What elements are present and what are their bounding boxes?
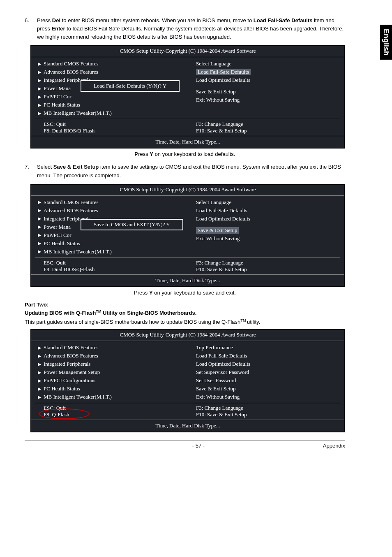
bios-menu-item: ▶Standard CMOS Features bbox=[35, 198, 188, 207]
triangle-icon: ▶ bbox=[35, 353, 44, 359]
text: to enter BIOS menu after system reboots.… bbox=[60, 17, 254, 23]
menu-label: Select Language bbox=[196, 60, 231, 67]
step-text: Press Del to enter BIOS menu after syste… bbox=[37, 16, 345, 41]
text: This part guides users of single-BIOS mo… bbox=[25, 319, 240, 325]
bios-menu-item: ▶PC Health Status bbox=[35, 239, 188, 248]
key-del: Del bbox=[52, 17, 60, 23]
bios-hotkey: F8: Dual BIOS/Q-Flash bbox=[44, 266, 188, 273]
triangle-icon: ▶ bbox=[35, 70, 44, 75]
menu-label: Set User Password bbox=[196, 377, 236, 384]
triangle-icon: ▶ bbox=[35, 208, 44, 213]
menu-label: Set Supervisor Password bbox=[196, 369, 249, 376]
text: Press bbox=[37, 17, 52, 23]
bios-hint: Time, Date, Hard Disk Type... bbox=[31, 136, 344, 148]
menu-label: Power Management Setup bbox=[44, 369, 100, 376]
menu-label: Load Fail-Safe Defaults bbox=[196, 353, 247, 359]
caption-2: Press Y on your keyboard to save and exi… bbox=[25, 290, 345, 296]
bios-menu-item: Save & Exit Setup bbox=[188, 226, 340, 234]
bios-menu-item: ▶PnP/PCI Cor bbox=[35, 93, 188, 101]
triangle-icon: ▶ bbox=[35, 241, 44, 246]
triangle-icon: ▶ bbox=[35, 395, 44, 400]
menu-label: Power Mana bbox=[44, 224, 71, 230]
bios-screenshot-3: CMOS Setup Utility-Copyright (C) 1984-20… bbox=[30, 329, 345, 432]
bios-menu-item: Exit Without Saving bbox=[188, 393, 340, 401]
bios-menu-item: ▶Advanced BIOS Features bbox=[35, 352, 188, 360]
bios-hotkey: F3: Change Language bbox=[196, 260, 340, 266]
key-load-failsafe: Load Fail-Safe Defaults bbox=[254, 17, 313, 23]
bios-menu-item: Load Optimized Defaults bbox=[188, 215, 340, 223]
menu-label: PC Health Status bbox=[44, 102, 80, 108]
bios-hotkey: ESC: Quit bbox=[44, 121, 188, 128]
triangle-icon: ▶ bbox=[35, 370, 44, 375]
bios-menu-item: ▶Integrated Peripherals bbox=[35, 360, 188, 368]
bios-footer-right: F3: Change LanguageF10: Save & Exit Setu… bbox=[188, 260, 340, 273]
triangle-icon: ▶ bbox=[35, 61, 44, 67]
bios-title: CMOS Setup Utility-Copyright (C) 1984-20… bbox=[31, 330, 344, 341]
step-7: 7. Select Save & Exit Setup item to save… bbox=[25, 163, 345, 179]
bios-menu-item: Load Fail-Safe Defaults bbox=[188, 68, 340, 76]
bios-menu-item: ▶Advanced BIOS Features bbox=[35, 68, 188, 76]
menu-label: Exit Without Saving bbox=[196, 97, 240, 103]
triangle-icon: ▶ bbox=[35, 200, 44, 205]
bios-menu-item: Load Fail-Safe Defaults bbox=[188, 352, 340, 360]
step-text: Select Save & Exit Setup item to save th… bbox=[37, 163, 345, 179]
menu-label: Load Optimized Defaults bbox=[196, 77, 250, 84]
menu-label: Advanced BIOS Features bbox=[44, 353, 98, 359]
page-number: - 57 - bbox=[74, 443, 323, 449]
bios-hotkey: F3: Change Language bbox=[196, 405, 340, 411]
menu-label: Standard CMOS Features bbox=[44, 60, 99, 67]
caption-1: Press Y on your keyboard to load default… bbox=[25, 151, 345, 157]
bios-dialog: Save to CMOS and EXIT (Y/N)? Y bbox=[81, 219, 183, 230]
menu-label: MB Intelligent Tweaker(M.I.T.) bbox=[44, 394, 112, 400]
triangle-icon: ▶ bbox=[35, 216, 44, 221]
text: to load BIOS Fail-Safe Defaults. Normall… bbox=[37, 26, 344, 40]
triangle-icon: ▶ bbox=[35, 249, 44, 254]
triangle-icon: ▶ bbox=[35, 232, 44, 238]
menu-label: Load Fail-Safe Defaults bbox=[196, 69, 251, 75]
bios-hint: Time, Date, Hard Disk Type... bbox=[31, 420, 344, 432]
bios-title: CMOS Setup Utility-Copyright (C) 1984-20… bbox=[31, 46, 344, 57]
triangle-icon: ▶ bbox=[35, 111, 44, 116]
bios-hotkey: F10: Save & Exit Setup bbox=[196, 266, 340, 273]
menu-label: Exit Without Saving bbox=[196, 235, 240, 242]
menu-label: Load Optimized Defaults bbox=[196, 361, 250, 367]
bios-hotkey: F8: Dual BIOS/Q-Flash bbox=[44, 128, 188, 134]
language-tab: English bbox=[380, 25, 392, 60]
bios-menu-item: ▶MB Intelligent Tweaker(M.I.T.) bbox=[35, 109, 188, 117]
text: on your keyboard to load defaults. bbox=[153, 151, 235, 157]
key-y: Y bbox=[149, 290, 153, 296]
bios-footer-left: ESC: QuitF8: Dual BIOS/Q-Flash bbox=[35, 121, 188, 134]
triangle-icon: ▶ bbox=[35, 378, 44, 383]
menu-label: Top Performance bbox=[196, 344, 233, 351]
menu-label: Save & Exit Setup bbox=[196, 385, 235, 392]
bios-screenshot-2: CMOS Setup Utility-Copyright (C) 1984-20… bbox=[30, 184, 345, 287]
bios-menu-item: Load Fail-Safe Defaults bbox=[188, 207, 340, 215]
bios-footer-right: F3: Change LanguageF10: Save & Exit Setu… bbox=[188, 121, 340, 134]
menu-label: PnP/PCI Cor bbox=[44, 232, 71, 239]
triangle-icon: ▶ bbox=[35, 386, 44, 392]
bios-hotkey: F3: Change Language bbox=[196, 121, 340, 128]
page-footer: - 57 - Appendix bbox=[25, 441, 345, 449]
bios-menu-item: ▶PC Health Status bbox=[35, 385, 188, 393]
bios-screenshot-1: CMOS Setup Utility-Copyright (C) 1984-20… bbox=[30, 45, 345, 149]
menu-label: Standard CMOS Features bbox=[44, 199, 99, 206]
text: Updating BIOS with Q-Flash bbox=[25, 310, 96, 316]
text: Utility on Single-BIOS Motherboards. bbox=[101, 310, 196, 316]
bios-menu-item: ▶Power Management Setup bbox=[35, 368, 188, 376]
bios-menu-item: Select Language bbox=[188, 60, 340, 68]
bios-hotkey: ESC: Quit bbox=[44, 405, 188, 411]
menu-label: Standard CMOS Features bbox=[44, 344, 99, 351]
bios-menu-item: Exit Without Saving bbox=[188, 96, 340, 104]
bios-menu-item: Save & Exit Setup bbox=[188, 88, 340, 96]
part-two-desc: This part guides users of single-BIOS mo… bbox=[25, 318, 345, 325]
menu-label: Exit Without Saving bbox=[196, 394, 240, 400]
bios-menu-item: ▶PnP/PCI Cor bbox=[35, 231, 188, 239]
bios-menu-item: Set User Password bbox=[188, 376, 340, 385]
step-number: 6. bbox=[25, 16, 37, 41]
menu-label: Save & Exit Setup bbox=[196, 227, 239, 234]
menu-label: PC Health Status bbox=[44, 385, 80, 392]
menu-label: Integrated Peripherals bbox=[44, 361, 90, 367]
bios-hotkey: ESC: Quit bbox=[44, 260, 188, 266]
menu-label: Power Mana bbox=[44, 85, 71, 92]
trademark: TM bbox=[240, 318, 247, 323]
